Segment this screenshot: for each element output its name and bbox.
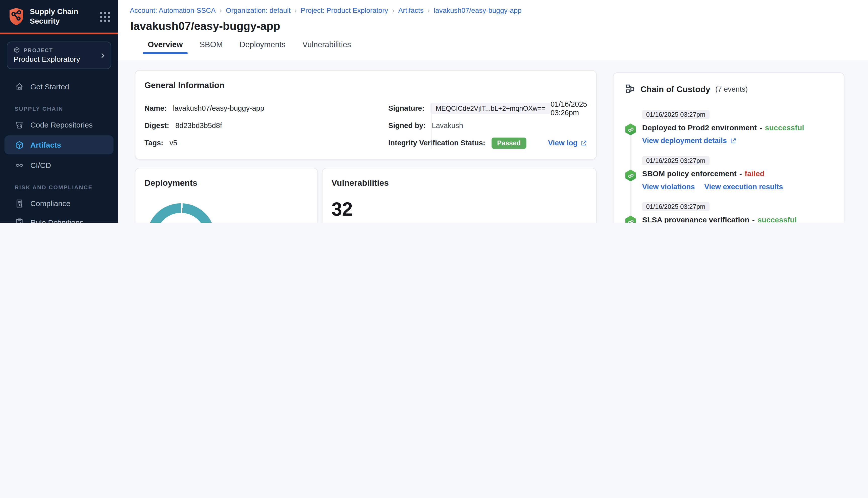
project-selector-value: Product Exploratory <box>14 55 96 64</box>
app-grid-icon[interactable] <box>100 12 110 22</box>
signature-label: Signature: <box>388 104 425 113</box>
breadcrumb-project[interactable]: Project: Product Exploratory <box>301 7 388 15</box>
artifact-name: lavakush07/easy-buggy-app <box>173 104 264 113</box>
breadcrumb-current[interactable]: lavakush07/easy-buggy-app <box>434 7 522 15</box>
chain-event: 01/16/2025 03:27pm SBOM policy enforceme… <box>625 155 832 194</box>
artifact-tags: v5 <box>170 139 177 147</box>
brand: Supply Chain Security <box>0 0 118 32</box>
tab-vulnerabilities[interactable]: Vulnerabilities <box>301 38 352 54</box>
deployments-legend: Prod 1 Pre Prod 0 <box>256 222 310 223</box>
chevron-right-icon <box>100 52 106 58</box>
integrity-status-badge: Passed <box>492 137 527 148</box>
chain-events-count: (7 events) <box>715 85 748 93</box>
signed-by-value: Lavakush <box>432 121 463 130</box>
view-execution-results-link[interactable]: View execution results <box>704 183 783 191</box>
divider <box>431 103 431 149</box>
artifact-digest: 8d23bd3b5d8f <box>175 121 222 130</box>
tab-overview[interactable]: Overview <box>147 38 184 54</box>
sidebar-item-code-repositories[interactable]: Code Repositories <box>0 115 118 134</box>
section-label-risk-compliance: RISK AND COMPLIANCE <box>15 184 118 191</box>
event-title: SBOM policy enforcement <box>642 170 737 178</box>
tags-label: Tags: <box>144 139 163 147</box>
external-link-icon <box>580 140 587 146</box>
integrity-label: Integrity Verification Status: <box>388 139 485 147</box>
legend-item-prod: Prod 1 <box>256 222 310 223</box>
content-area: General Information Name: lavakush07/eas… <box>118 62 868 223</box>
home-icon <box>15 82 24 91</box>
sidebar-item-label: Artifacts <box>30 141 61 149</box>
sidebar-item-label: Get Started <box>30 82 69 91</box>
sidebar-item-rule-definitions[interactable]: Rule Definitions <box>0 213 118 223</box>
chain-timeline: 01/16/2025 03:27pm Deployed to Prod2 env… <box>625 109 832 223</box>
sidebar-item-cicd[interactable]: CI/CD <box>0 156 118 175</box>
chain-title: Chain of Custody <box>640 84 710 94</box>
clipboard-check-icon <box>15 218 24 223</box>
signature-value[interactable]: MEQCICde2VjIT...bL+2+mqnOXw== <box>431 102 550 114</box>
sidebar-item-label: Code Repositories <box>30 120 93 129</box>
chain-event: 01/16/2025 03:27pm Deployed to Prod2 env… <box>625 109 832 148</box>
link-icon <box>625 123 636 135</box>
event-timestamp: 01/16/2025 03:27pm <box>642 156 709 165</box>
breadcrumb-separator: › <box>220 7 222 15</box>
cube-icon <box>14 47 20 53</box>
sidebar-item-get-started[interactable]: Get Started <box>0 77 118 96</box>
accent-bar <box>0 32 118 35</box>
tab-deployments[interactable]: Deployments <box>238 38 287 54</box>
name-label: Name: <box>144 104 167 113</box>
box-icon <box>15 140 24 149</box>
signed-by-label: Signed by: <box>388 121 426 130</box>
shield-logo-icon <box>8 7 25 26</box>
signature-date: 01/16/2025 03:26pm <box>550 100 587 117</box>
view-violations-link[interactable]: View violations <box>642 183 695 191</box>
chain-of-custody-icon <box>625 83 635 94</box>
deployments-card: Deployments TotalDeployments 1 Prod 1 <box>135 168 318 223</box>
sidebar-nav: Get Started SUPPLY CHAIN Code Repositori… <box>0 71 118 223</box>
brand-title: Supply Chain Security <box>30 7 95 26</box>
general-information-card: General Information Name: lavakush07/eas… <box>135 70 597 160</box>
doc-search-icon <box>15 198 24 208</box>
view-log-link[interactable]: View log <box>548 139 587 147</box>
event-title: Deployed to Prod2 environment <box>642 123 757 132</box>
deployments-donut-chart[interactable]: TotalDeployments 1 <box>147 203 215 223</box>
event-status: failed <box>745 170 765 178</box>
card-title: General Information <box>144 80 587 90</box>
breadcrumb: Account: Automation-SSCA › Organization:… <box>118 0 868 15</box>
code-repo-icon <box>15 120 24 130</box>
digest-label: Digest: <box>144 121 169 130</box>
breadcrumb-artifacts[interactable]: Artifacts <box>398 7 424 15</box>
card-title: Deployments <box>144 178 308 187</box>
chain-of-custody-card: Chain of Custody (7 events) 01/16/2025 0… <box>613 73 844 223</box>
sidebar-item-label: CI/CD <box>30 161 51 169</box>
tab-sbom[interactable]: SBOM <box>198 38 224 54</box>
sidebar-item-label: Rule Definitions <box>30 218 83 223</box>
event-timestamp: 01/16/2025 03:27pm <box>642 110 709 119</box>
breadcrumb-account[interactable]: Account: Automation-SSCA <box>130 7 216 15</box>
event-title: SLSA provenance verification <box>642 215 750 223</box>
section-label-supply-chain: SUPPLY CHAIN <box>15 106 118 112</box>
project-selector-label: PROJECT <box>24 47 53 53</box>
project-selector[interactable]: PROJECT Product Exploratory <box>7 42 111 69</box>
event-status: successful <box>757 215 797 223</box>
tab-bar: Overview SBOM Deployments Vulnerabilitie… <box>147 38 868 54</box>
breadcrumb-separator: › <box>392 7 394 15</box>
chain-event: 01/16/2025 03:27pm SLSA provenance verif… <box>625 201 832 223</box>
link-icon <box>625 215 636 223</box>
vulnerabilities-total: 32 <box>332 199 587 218</box>
sidebar-item-artifacts[interactable]: Artifacts <box>4 135 114 154</box>
view-deployment-details-link[interactable]: View deployment details <box>642 136 736 145</box>
breadcrumb-separator: › <box>427 7 430 15</box>
event-status: successful <box>765 123 804 132</box>
page-header: Account: Automation-SSCA › Organization:… <box>118 0 868 61</box>
sidebar: Supply Chain Security PROJECT Product Ex… <box>0 0 118 223</box>
infinity-icon <box>15 160 24 170</box>
external-link-icon <box>730 137 736 144</box>
sidebar-item-label: Compliance <box>30 199 70 208</box>
card-title: Vulnerabilities <box>332 178 587 187</box>
link-icon <box>625 170 636 182</box>
vulnerabilities-card: Vulnerabilities 32 12 CRITICAL 10 HIGH <box>322 168 597 223</box>
sidebar-item-compliance[interactable]: Compliance <box>0 194 118 213</box>
app-window: Supply Chain Security PROJECT Product Ex… <box>0 0 868 223</box>
breadcrumb-separator: › <box>295 7 297 15</box>
breadcrumb-organization[interactable]: Organization: default <box>226 7 290 15</box>
event-timestamp: 01/16/2025 03:27pm <box>642 202 709 211</box>
